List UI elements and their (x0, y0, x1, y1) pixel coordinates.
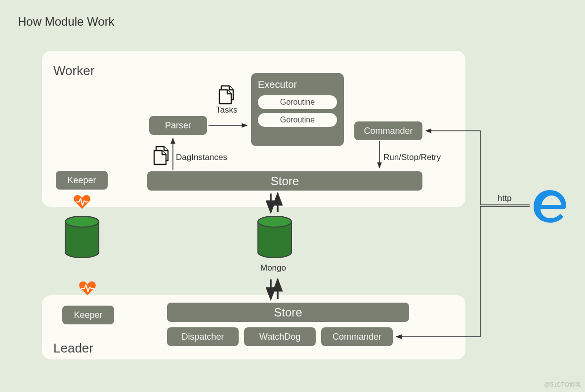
worker-store-box: Store (147, 171, 422, 191)
heartbeat-icon (73, 194, 91, 212)
executor-box: Executor Goroutine Goroutine (251, 73, 344, 146)
leader-store-label: Store (274, 306, 302, 319)
database-icon (255, 216, 294, 261)
worker-store-label: Store (271, 174, 299, 188)
worker-commander-box: Commander (354, 121, 422, 140)
executor-label: Executor (258, 79, 337, 90)
heartbeat-icon (79, 280, 96, 298)
leader-label: Leader (53, 341, 93, 356)
dag-instances-label: DagInstances (176, 153, 227, 162)
documents-icon (216, 85, 239, 108)
watchdog-label: WatchDog (259, 332, 300, 342)
database-icon (63, 216, 101, 261)
edge-browser-icon (531, 187, 569, 228)
run-stop-retry-label: Run/Stop/Retry (383, 153, 441, 162)
documents-icon (151, 146, 174, 168)
dispatcher-box: Dispatcher (167, 327, 239, 346)
worker-label: Worker (53, 63, 94, 78)
svg-point-1 (65, 216, 99, 227)
page-title: How Module Work (18, 15, 115, 29)
leader-commander-label: Commander (333, 332, 381, 342)
watermark: @51CTO博客 (544, 381, 581, 389)
leader-store-box: Store (167, 303, 409, 322)
leader-commander-box: Commander (321, 327, 393, 346)
parser-box: Parser (149, 116, 207, 135)
worker-keeper-label: Keeper (67, 175, 96, 186)
http-label: http (498, 194, 511, 203)
leader-keeper-label: Keeper (74, 310, 102, 320)
parser-label: Parser (165, 120, 191, 131)
mongo-label: Mongo (260, 263, 286, 273)
goroutine-item: Goroutine (258, 113, 337, 127)
worker-commander-label: Commander (364, 126, 413, 136)
goroutine-item: Goroutine (258, 95, 337, 109)
dispatcher-label: Dispatcher (181, 332, 224, 342)
svg-point-3 (258, 216, 292, 227)
watchdog-box: WatchDog (244, 327, 316, 346)
worker-keeper-box: Keeper (56, 171, 108, 190)
leader-keeper-box: Keeper (62, 306, 114, 324)
